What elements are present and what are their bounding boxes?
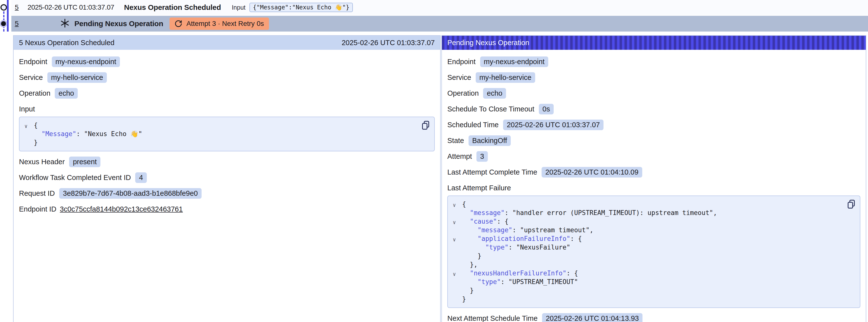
- event-id-link[interactable]: 5: [15, 20, 19, 28]
- chevron-down-icon[interactable]: ∨: [453, 235, 456, 244]
- field-label: Endpoint: [19, 58, 48, 66]
- code-line: }: [462, 286, 843, 295]
- field-row-service: Service my-hello-service: [447, 72, 860, 83]
- pending-operation-body: Endpoint my-nexus-endpoint Service my-he…: [442, 50, 866, 322]
- code-line: "message": "handler error (UPSTREAM_TIME…: [462, 208, 843, 217]
- field-value-badge: present: [69, 157, 100, 167]
- code-line: },: [462, 260, 843, 269]
- retry-icon: [175, 20, 182, 28]
- field-label: State: [447, 137, 464, 145]
- field-row-endpoint-id: Endpoint ID 3c0c75ccfa8144b092c13ce63246…: [19, 204, 435, 215]
- event-row-nexus-operation-scheduled[interactable]: 5 2025-02-26 UTC 01:03:37.07 Nexus Opera…: [11, 0, 868, 15]
- event-detail-header-time: 2025-02-26 UTC 01:03:37.07: [342, 39, 435, 47]
- field-label: Endpoint ID: [19, 205, 57, 213]
- field-value-badge: my-hello-service: [48, 72, 107, 83]
- field-label: Endpoint: [447, 58, 476, 66]
- chevron-down-icon[interactable]: ∨: [453, 270, 456, 279]
- field-value-badge: 3e829b7e-7d67-4b08-aad3-b1e868bfe9e0: [59, 188, 202, 199]
- code-line: }: [34, 138, 417, 147]
- field-value-badge: 3: [476, 151, 488, 162]
- field-label: Workflow Task Completed Event ID: [19, 173, 131, 182]
- event-detail-header: 5 Nexus Operation Scheduled 2025-02-26 U…: [13, 36, 440, 50]
- field-value-badge: echo: [483, 88, 506, 99]
- pending-asterisk-icon: [60, 19, 69, 29]
- field-row-operation: Operation echo: [447, 88, 860, 99]
- pending-title: Pending Nexus Operation: [74, 20, 163, 28]
- failure-json-block: ∨{"message": "handler error (UPSTREAM_TI…: [447, 195, 860, 308]
- event-input-label: Input: [232, 4, 246, 11]
- field-value-badge: my-nexus-endpoint: [52, 57, 120, 67]
- field-row-operation: Operation echo: [19, 88, 435, 99]
- code-line: ∨"nexusHandlerFailureInfo": {: [462, 269, 843, 278]
- endpoint-id-link[interactable]: 3c0c75ccfa8144b092c13ce632463761: [60, 205, 183, 213]
- code-line: ∨"cause": {: [462, 217, 843, 226]
- workflow-history-page: 5 2025-02-26 UTC 01:03:37.07 Nexus Opera…: [0, 0, 868, 322]
- field-row-attempt: Attempt 3: [447, 151, 860, 162]
- event-detail-header-title: 5 Nexus Operation Scheduled: [19, 39, 115, 47]
- copy-icon[interactable]: [422, 121, 430, 131]
- field-label: Schedule To Close Timeout: [447, 105, 534, 113]
- field-value-badge: 2025-02-26 UTC 01:03:37.07: [503, 120, 603, 130]
- chevron-down-icon[interactable]: ∨: [453, 218, 456, 227]
- field-label: Last Attempt Complete Time: [447, 168, 537, 176]
- field-label: Service: [447, 73, 471, 82]
- field-label: Operation: [19, 89, 50, 97]
- code-line: "type": "NexusFailure": [462, 243, 843, 252]
- field-value-badge: 4: [135, 172, 147, 183]
- field-value-badge: 2025-02-26 UTC 01:04:10.09: [541, 167, 642, 178]
- code-line: ∨{: [462, 200, 843, 208]
- input-json-block: ∨{"Message": "Nexus Echo 👋"}: [19, 117, 435, 151]
- input-section-label: Input: [19, 105, 435, 113]
- pending-operation-panel: Pending Nexus Operation Endpoint my-nexu…: [441, 35, 866, 322]
- field-row-workflow-task-completed-event-id: Workflow Task Completed Event ID 4: [19, 172, 435, 183]
- timeline-event-node-icon: [0, 4, 7, 10]
- pending-operation-header-title: Pending Nexus Operation: [447, 39, 529, 47]
- field-label: Operation: [447, 89, 479, 97]
- field-row-endpoint: Endpoint my-nexus-endpoint: [447, 56, 860, 67]
- field-label: Service: [19, 73, 43, 82]
- field-value-badge: echo: [55, 88, 78, 99]
- field-label: Attempt: [447, 152, 472, 161]
- copy-icon[interactable]: [847, 199, 856, 210]
- event-timestamp: 2025-02-26 UTC 01:03:37.07: [28, 3, 114, 11]
- event-detail-body: Endpoint my-nexus-endpoint Service my-he…: [13, 50, 440, 224]
- field-label: Nexus Header: [19, 158, 65, 166]
- field-value-badge: 0s: [539, 104, 554, 115]
- event-input-chip: {"Message":"Nexus Echo 👋"}: [249, 3, 353, 12]
- failure-json-lines: ∨{"message": "handler error (UPSTREAM_TI…: [462, 200, 843, 303]
- field-row-state: State BackingOff: [447, 135, 860, 146]
- pending-nexus-operation-row[interactable]: 5 Pending Nexus Operation Attempt 3 · Ne…: [11, 16, 868, 32]
- code-line: ∨{: [34, 121, 417, 130]
- code-line: "Message": "Nexus Echo 👋": [34, 130, 417, 138]
- field-row-endpoint: Endpoint my-nexus-endpoint: [19, 56, 435, 67]
- field-row-service: Service my-hello-service: [19, 72, 435, 83]
- input-json-lines: ∨{"Message": "Nexus Echo 👋"}: [34, 121, 417, 147]
- code-line: "type": "UPSTREAM_TIMEOUT": [462, 278, 843, 286]
- code-line: }: [462, 252, 843, 260]
- field-value-badge: 2025-02-26 UTC 01:04:13.93: [542, 313, 643, 322]
- field-row-scheduled-time: Scheduled Time 2025-02-26 UTC 01:03:37.0…: [447, 119, 860, 130]
- code-line: }: [462, 295, 843, 303]
- timeline-pending-node-icon: [1, 21, 6, 26]
- field-row-schedule-to-close-timeout: Schedule To Close Timeout 0s: [447, 103, 860, 115]
- timeline-rail-line: [7, 0, 9, 32]
- event-id-link[interactable]: 5: [15, 3, 19, 11]
- chevron-down-icon[interactable]: ∨: [24, 122, 28, 131]
- code-line: "message": "upstream timeout",: [462, 226, 843, 234]
- event-detail-panel: 5 Nexus Operation Scheduled 2025-02-26 U…: [13, 35, 441, 322]
- field-row-last-attempt-complete-time: Last Attempt Complete Time 2025-02-26 UT…: [447, 167, 860, 178]
- retry-attempt-badge: Attempt 3 · Next Retry 0s: [169, 18, 269, 30]
- field-row-nexus-header: Nexus Header present: [19, 156, 435, 167]
- code-line: ∨"applicationFailureInfo": {: [462, 234, 843, 243]
- field-row-request-id: Request ID 3e829b7e-7d67-4b08-aad3-b1e86…: [19, 188, 435, 199]
- field-value-badge: BackingOff: [469, 135, 511, 146]
- chevron-down-icon[interactable]: ∨: [453, 201, 456, 210]
- field-label: Request ID: [19, 189, 55, 197]
- retry-attempt-text: Attempt 3 · Next Retry 0s: [186, 20, 264, 28]
- pending-operation-header: Pending Nexus Operation: [442, 36, 866, 50]
- field-label: Next Attempt Schedule Time: [447, 314, 538, 322]
- field-value-badge: my-hello-service: [476, 72, 535, 83]
- event-title: Nexus Operation Scheduled: [124, 3, 221, 11]
- field-value-badge: my-nexus-endpoint: [480, 57, 549, 67]
- field-label: Scheduled Time: [447, 121, 499, 129]
